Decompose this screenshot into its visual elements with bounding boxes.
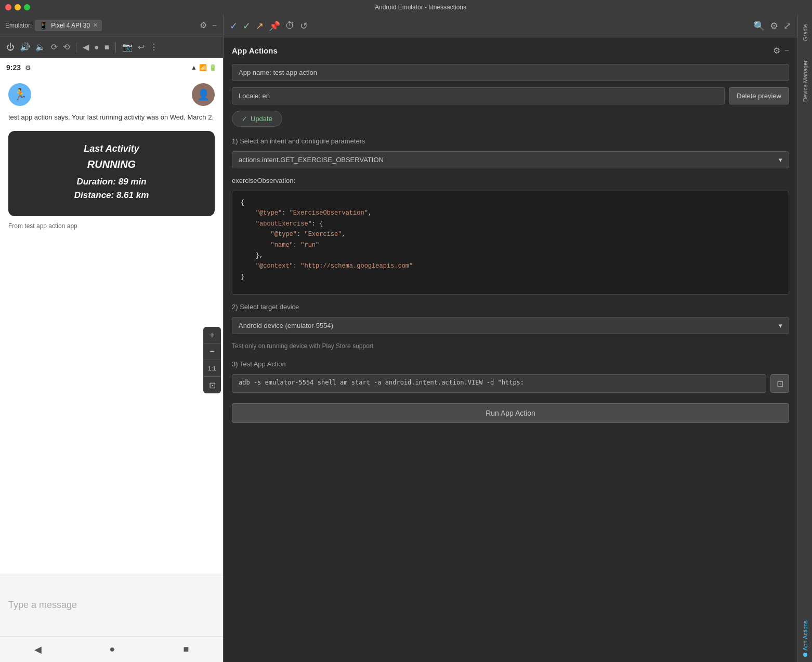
settings-status-icon: ⚙ — [24, 63, 32, 73]
device-tab[interactable]: 📱 Pixel 4 API 30 ✕ — [35, 20, 102, 31]
screen-rotate-icon[interactable]: ⟲ — [62, 41, 71, 53]
clock-icon[interactable]: ⏱ — [285, 20, 295, 31]
camera-icon[interactable]: 📷 — [121, 41, 134, 53]
nav-recent-icon[interactable]: ■ — [184, 644, 189, 655]
emulator-controls: ⏻ 🔊 🔈 ⟳ ⟲ ◀ ● ■ 📷 ↩ ⋮ — [0, 36, 223, 58]
phone-screen: 9:23 ⚙ ▲ 📶 🔋 🏃 👤 test app action says, Y… — [0, 58, 223, 662]
device-value: Android device (emulator-5554) — [239, 322, 333, 329]
app-message: test app action says, Your last running … — [8, 112, 215, 123]
message-input[interactable]: Type a message — [8, 600, 77, 611]
green-check-icon[interactable]: ✓ — [243, 20, 251, 32]
device-icon: 📱 — [39, 21, 48, 30]
app-actions-tab[interactable]: App Actions — [799, 615, 811, 662]
locale-row: Locale: en Delete preview — [232, 87, 789, 104]
undo-icon[interactable]: ↺ — [300, 20, 308, 32]
update-button[interactable]: ✓ Update — [232, 111, 789, 127]
device-hint: Test only on running device with Play St… — [232, 342, 789, 350]
app-actions-panel: App Actions ⚙ − App name: test app actio… — [224, 37, 797, 662]
screenshot-icon[interactable]: ↩ — [137, 41, 146, 53]
minimize-button[interactable] — [15, 4, 21, 10]
card-distance: Distance: 8.61 km — [17, 190, 206, 201]
section-2-label: 2) Select target device — [232, 303, 789, 311]
traffic-lights — [5, 4, 30, 10]
back-icon[interactable]: ◀ — [82, 41, 90, 53]
update-label: Update — [251, 115, 272, 123]
zoom-out-button[interactable]: − — [203, 343, 221, 360]
panel-icons: ⚙ − — [773, 46, 789, 56]
title-bar: Android Emulator - fitnessactions — [0, 0, 812, 15]
window-title: Android Emulator - fitnessactions — [34, 4, 807, 11]
device-dropdown-arrow-icon: ▾ — [779, 322, 782, 329]
param-label: exerciseObservation: — [232, 177, 789, 184]
gradle-tab[interactable]: Gradle — [799, 19, 811, 46]
app-actions-dot — [803, 653, 807, 657]
search-icon[interactable]: 🔍 — [753, 20, 765, 32]
right-panel: ✓ ✓ ↗ 📌 ⏱ ↺ 🔍 ⚙ ⤢ App Actions ⚙ − App na… — [224, 15, 797, 662]
activity-card: Last Activity RUNNING Duration: 89 min D… — [8, 131, 215, 216]
card-title: Last Activity — [17, 143, 206, 154]
status-bar: 9:23 ⚙ ▲ 📶 🔋 — [0, 58, 223, 77]
maximize-button[interactable] — [24, 4, 30, 10]
nav-back-icon[interactable]: ◀ — [34, 644, 42, 655]
volume-down-icon[interactable]: 🔈 — [34, 41, 47, 53]
card-duration: Duration: 89 min — [17, 177, 206, 187]
adb-row: adb -s emulator-5554 shell am start -a a… — [232, 374, 789, 393]
close-button[interactable] — [5, 4, 11, 10]
check-icon[interactable]: ✓ — [230, 20, 238, 32]
message-area[interactable]: Type a message — [0, 574, 223, 636]
separator2 — [115, 42, 116, 52]
square-icon[interactable]: ■ — [103, 42, 111, 53]
emulator-label: Emulator: — [5, 22, 32, 29]
intent-value: actions.intent.GET_EXERCISE_OBSERVATION — [239, 156, 384, 164]
section-1-label: 1) Select an intent and configure parame… — [232, 137, 789, 145]
arrow-up-right-icon[interactable]: ↗ — [256, 20, 264, 32]
signal-icon: 📶 — [199, 64, 207, 71]
minimize-icon[interactable]: − — [211, 20, 218, 31]
zoom-level: 1:1 — [208, 365, 216, 372]
more-icon[interactable]: ⋮ — [149, 41, 159, 53]
card-type: RUNNING — [17, 158, 206, 170]
delete-preview-button[interactable]: Delete preview — [729, 87, 789, 104]
main-layout: Emulator: 📱 Pixel 4 API 30 ✕ ⚙ − ⏻ 🔊 🔈 ⟳… — [0, 15, 812, 662]
nav-home-icon[interactable]: ● — [110, 644, 115, 655]
external-link-icon[interactable]: ⤢ — [783, 20, 791, 32]
user-avatar: 👤 — [192, 83, 215, 106]
device-tab-label: Pixel 4 API 30 — [51, 22, 90, 29]
rotate-icon[interactable]: ⟳ — [50, 41, 59, 53]
panel-settings-icon[interactable]: ⚙ — [773, 46, 780, 56]
app-header: 🏃 👤 — [8, 83, 215, 106]
panel-minimize-icon[interactable]: − — [784, 46, 789, 56]
run-app-action-button[interactable]: Run App Action — [232, 403, 789, 423]
phone-content: 🏃 👤 test app action says, Your last runn… — [0, 77, 223, 574]
wifi-icon: ▲ — [191, 64, 197, 71]
left-panel: Emulator: 📱 Pixel 4 API 30 ✕ ⚙ − ⏻ 🔊 🔈 ⟳… — [0, 15, 224, 662]
pin-icon[interactable]: 📌 — [269, 20, 280, 32]
fit-screen-button[interactable]: ⊡ — [203, 377, 221, 393]
panel-title: App Actions — [232, 46, 278, 55]
device-manager-tab[interactable]: Device Manager — [799, 55, 811, 107]
power-icon[interactable]: ⏻ — [5, 42, 16, 53]
panel-header: App Actions ⚙ − — [232, 46, 789, 56]
zoom-reset-button[interactable]: 1:1 — [203, 360, 221, 377]
settings-icon[interactable]: ⚙ — [199, 19, 208, 31]
update-btn-inner[interactable]: ✓ Update — [232, 111, 282, 127]
app-actions-tab-label: App Actions — [802, 620, 808, 651]
right-toolbar: ✓ ✓ ↗ 📌 ⏱ ↺ 🔍 ⚙ ⤢ — [224, 15, 797, 37]
update-check-icon: ✓ — [242, 115, 247, 123]
dropdown-arrow-icon: ▾ — [779, 156, 782, 164]
home-icon[interactable]: ● — [93, 42, 100, 53]
battery-icon: 🔋 — [209, 64, 217, 71]
volume-up-icon[interactable]: 🔊 — [19, 41, 31, 53]
phone-nav-bar: ◀ ● ■ — [0, 636, 223, 662]
json-editor[interactable]: { "@type": "ExerciseObservation", "about… — [232, 191, 789, 295]
tab-close-icon[interactable]: ✕ — [93, 22, 98, 29]
intent-dropdown[interactable]: actions.intent.GET_EXERCISE_OBSERVATION … — [232, 151, 789, 168]
device-dropdown[interactable]: Android device (emulator-5554) ▾ — [232, 317, 789, 334]
zoom-in-button[interactable]: + — [203, 327, 221, 343]
locale-field[interactable]: Locale: en — [232, 87, 725, 104]
separator — [76, 42, 76, 52]
copy-button[interactable]: ⊡ — [770, 374, 789, 393]
adb-command[interactable]: adb -s emulator-5554 shell am start -a a… — [232, 374, 766, 393]
gear-icon[interactable]: ⚙ — [770, 20, 778, 32]
status-icons: ▲ 📶 🔋 — [191, 64, 217, 71]
